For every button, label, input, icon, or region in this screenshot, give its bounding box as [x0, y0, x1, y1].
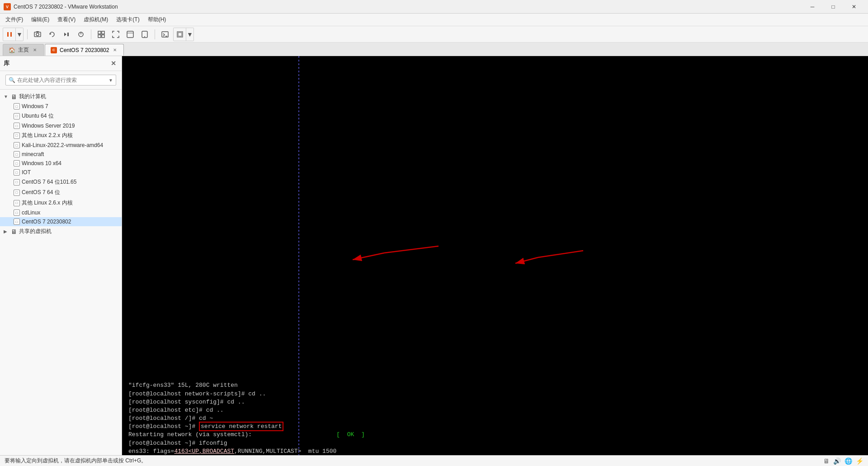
snapshot-button[interactable] — [31, 28, 44, 41]
sidebar-item-centos-active[interactable]: □ CentOS 7 20230802 — [0, 217, 122, 226]
sidebar-item-kali[interactable]: □ Kali-Linux-2022.2-vmware-amd64 — [0, 141, 122, 150]
maximize-button[interactable]: □ — [823, 0, 844, 14]
sidebar-header: 库 ✕ — [0, 56, 122, 71]
tab-home-close[interactable]: ✕ — [32, 47, 38, 53]
terminal-line-ifconfig: [root@localhost ~]# ifconfig — [128, 440, 227, 447]
network-icon[interactable]: 🌐 — [844, 457, 852, 465]
vm-label-centos101: CentOS 7 64 位101.65 — [22, 178, 76, 186]
terminal-line-cd1: [root@localhost network-scripts]# cd .. — [128, 390, 266, 397]
vm-label-ubuntu: Ubuntu 64 位 — [22, 112, 54, 120]
tablet-button[interactable] — [138, 28, 151, 41]
svg-rect-20 — [178, 33, 182, 36]
svg-rect-6 — [67, 33, 69, 36]
svg-rect-10 — [102, 31, 104, 34]
menu-edit[interactable]: 编辑(E) — [28, 14, 53, 25]
terminal-content[interactable]: "ifcfg-ens33" 15L, 280C written [root@lo… — [122, 56, 868, 455]
svg-rect-11 — [98, 35, 101, 38]
sidebar-item-linux26[interactable]: □ 其他 Linux 2.6.x 内核 — [0, 198, 122, 208]
separator-2 — [91, 29, 91, 39]
shared-vms-group: ▶ 🖥 共享的虚拟机 — [0, 226, 122, 237]
dropdown-view-button[interactable]: ▼ — [186, 28, 193, 41]
sidebar-item-cdlinux[interactable]: □ cdLinux — [0, 208, 122, 217]
sidebar-item-windows10[interactable]: □ Windows 10 x64 — [0, 159, 122, 168]
terminal-line-cd3: [root@localhost etc]# cd .. — [128, 407, 224, 414]
sidebar-item-ubuntu[interactable]: □ Ubuntu 64 位 — [0, 111, 122, 121]
tab-home[interactable]: 🏠 主页 ✕ — [3, 44, 44, 56]
svg-rect-13 — [127, 31, 133, 38]
vm-label-linux22: 其他 Linux 2.2.x 内核 — [22, 132, 73, 139]
separator-1 — [27, 29, 28, 39]
menu-file[interactable]: 文件(F) — [2, 14, 27, 25]
svg-rect-4 — [36, 31, 39, 32]
window-title: CentOS 7 20230802 - VMware Workstation — [14, 4, 118, 10]
titlebar: V CentOS 7 20230802 - VMware Workstation… — [0, 0, 868, 14]
menu-vm[interactable]: 虚拟机(M) — [80, 14, 112, 25]
terminal-line-ens33-flags: ens33: flags=4163<UP,BROADCAST,RUNNING,M… — [128, 448, 336, 455]
search-input[interactable] — [17, 77, 107, 83]
main-layout: 库 ✕ 🔍 ▼ ▼ 🖥 我的计算机 □ Windows 7 — [0, 56, 868, 455]
vm-icon-iot: □ — [14, 169, 20, 176]
vm-label-win10: Windows 10 x64 — [22, 160, 61, 166]
computer-icon: 🖥 — [11, 93, 17, 100]
home-icon: 🏠 — [9, 47, 15, 53]
view-controls: ▼ — [173, 28, 194, 41]
terminal-area[interactable]: "ifcfg-ens33" 15L, 280C written [root@lo… — [122, 56, 868, 455]
vm-icon-centos101: □ — [14, 179, 20, 185]
shutdown-button[interactable] — [75, 28, 87, 41]
shared-vms-header[interactable]: ▶ 🖥 共享的虚拟机 — [0, 226, 122, 237]
svg-marker-5 — [50, 33, 52, 35]
minimize-button[interactable]: ─ — [802, 0, 823, 14]
suspend-button[interactable] — [60, 28, 73, 41]
svg-rect-0 — [7, 32, 9, 37]
terminal-line-service: [root@localhost ~]# service network rest… — [128, 422, 283, 431]
pause-button[interactable] — [3, 28, 16, 41]
search-dropdown-button[interactable]: ▼ — [108, 78, 113, 83]
terminal-line-written: "ifcfg-ens33" 15L, 280C written — [128, 382, 238, 389]
vm-label-cdlinux: cdLinux — [22, 209, 40, 216]
tab-centos-close[interactable]: ✕ — [112, 47, 118, 53]
menu-help[interactable]: 帮助(H) — [144, 14, 170, 25]
vm-icon-windows7: □ — [14, 103, 20, 109]
console-button[interactable] — [159, 28, 171, 41]
menu-view[interactable]: 查看(V) — [54, 14, 79, 25]
my-computer-header[interactable]: ▼ 🖥 我的计算机 — [0, 91, 122, 102]
vm-icon-winserver: □ — [14, 123, 20, 129]
vm-icon-ubuntu: □ — [14, 113, 20, 119]
sidebar-item-minecraft[interactable]: □ minecraft — [0, 150, 122, 159]
normal-view-button[interactable] — [95, 28, 108, 41]
ens33-flags-highlight: 4163<UP,BROADCAST — [174, 448, 234, 455]
sidebar-item-centos64[interactable]: □ CentOS 7 64 位 — [0, 187, 122, 198]
terminal-line-cd2: [root@localhost sysconfig]# cd .. — [128, 399, 245, 405]
fullscreen-button[interactable] — [109, 28, 122, 41]
fit-screen-button[interactable] — [174, 28, 186, 41]
dropdown-button[interactable]: ▼ — [16, 28, 23, 41]
terminal-line-restart: Restarting network (via systemctl): [ OK… — [128, 431, 365, 438]
revert-button[interactable] — [46, 28, 58, 41]
toolbar: ▼ ▼ — [0, 26, 868, 43]
svg-point-16 — [144, 36, 145, 37]
sidebar-item-centos101[interactable]: □ CentOS 7 64 位101.65 — [0, 177, 122, 187]
shared-icon: 🖥 — [11, 228, 17, 235]
sidebar-close-button[interactable]: ✕ — [109, 59, 118, 68]
sidebar-item-iot[interactable]: □ IOT — [0, 168, 122, 177]
vm-label-centos64: CentOS 7 64 位 — [22, 189, 60, 196]
window-controls[interactable]: ─ □ ✕ — [802, 0, 864, 14]
tab-centos[interactable]: C CentOS 7 20230802 ✕ — [45, 44, 124, 56]
audio-icon[interactable]: 🔊 — [833, 457, 841, 465]
close-button[interactable]: ✕ — [844, 0, 864, 14]
vm-icon-centos-active: □ — [14, 219, 20, 225]
display-icon[interactable]: 🖥 — [823, 457, 830, 465]
vm-icon-linux26: □ — [14, 200, 20, 206]
power-controls: ▼ — [3, 28, 24, 41]
vm-icon-cdlinux: □ — [14, 209, 20, 216]
vm-label-kali: Kali-Linux-2022.2-vmware-amd64 — [22, 142, 103, 148]
vm-label-centos-active: CentOS 7 20230802 — [22, 219, 71, 225]
usb-icon[interactable]: ⚡ — [856, 457, 863, 465]
tab-centos-label: CentOS 7 20230802 — [60, 47, 109, 53]
menu-tabs[interactable]: 选项卡(T) — [113, 14, 143, 25]
unity-button[interactable] — [124, 28, 137, 41]
sidebar-item-windows7[interactable]: □ Windows 7 — [0, 102, 122, 111]
tabbar: 🏠 主页 ✕ C CentOS 7 20230802 ✕ — [0, 43, 868, 56]
sidebar-item-linux22[interactable]: □ 其他 Linux 2.2.x 内核 — [0, 130, 122, 141]
sidebar-item-windows-server[interactable]: □ Windows Server 2019 — [0, 121, 122, 130]
